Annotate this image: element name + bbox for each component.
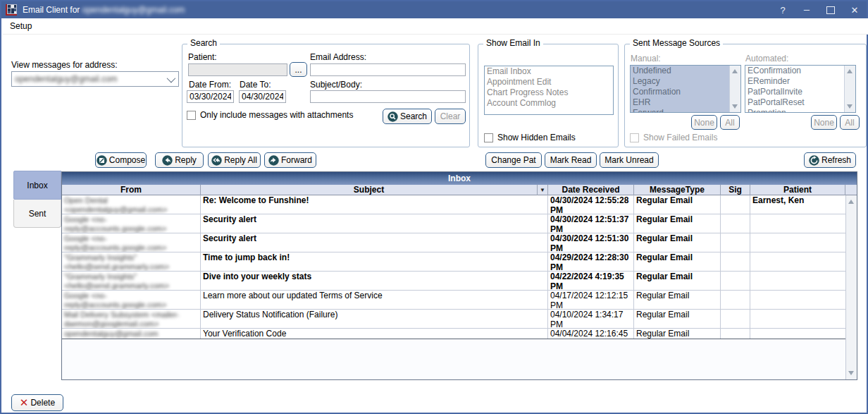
column-header-from[interactable]: From xyxy=(62,185,201,195)
delete-x-icon: ✕ xyxy=(20,398,29,408)
manual-all-button[interactable]: All xyxy=(720,115,740,130)
show-failed-checkbox xyxy=(630,133,639,142)
date-to-field[interactable] xyxy=(239,90,286,103)
clear-button: Clear xyxy=(435,109,466,124)
date-to-label: Date To: xyxy=(240,80,271,90)
list-item[interactable]: Undefined xyxy=(631,66,730,76)
sort-indicator-icon[interactable]: ▼ xyxy=(538,185,548,195)
list-item[interactable]: Confirmation xyxy=(631,87,730,97)
cell-from: Open Dental<opendentalguy@gmail.com> xyxy=(62,195,201,214)
manual-none-button[interactable]: None xyxy=(691,115,717,130)
automated-scrollbar[interactable] xyxy=(844,66,855,112)
cell-from: Google <no-reply@accounts.google.com> xyxy=(62,214,201,233)
table-row[interactable]: "Grammarly Insights"<hello@send.grammarl… xyxy=(62,272,845,291)
list-item[interactable]: Appointment Edit xyxy=(485,77,613,87)
attachments-checkbox[interactable] xyxy=(187,111,196,120)
list-item[interactable]: EConfirmation xyxy=(745,66,845,76)
tab-inbox[interactable]: Inbox xyxy=(13,171,61,200)
cell-messagetype: Regular Email xyxy=(634,329,721,339)
scroll-down-icon[interactable] xyxy=(848,371,854,375)
email-address-label: Email Address: xyxy=(310,52,366,62)
manual-label: Manual: xyxy=(631,54,661,63)
scroll-up-icon[interactable] xyxy=(847,69,852,73)
list-item[interactable]: Forward xyxy=(631,108,730,113)
cell-subject: Dive into your weekly stats xyxy=(201,272,548,290)
list-item[interactable]: Account Commlog xyxy=(485,98,613,109)
show-email-in-listbox[interactable]: Email InboxAppointment EditChart Progres… xyxy=(484,66,614,115)
automated-listbox[interactable]: EConfirmationEReminderPatPortalInvitePat… xyxy=(745,65,856,113)
list-item[interactable]: EHR xyxy=(631,97,730,108)
manual-scrollbar[interactable] xyxy=(729,66,740,112)
menu-setup[interactable]: Setup xyxy=(3,18,39,34)
mark-unread-button[interactable]: Mark Unread xyxy=(600,152,659,168)
table-row[interactable]: Google <no-reply@accounts.google.com>Sec… xyxy=(62,233,845,252)
list-item[interactable]: PatPortalReset xyxy=(745,97,845,108)
attachments-checkbox-row[interactable]: Only include messages with attachments xyxy=(187,110,353,120)
scroll-up-icon[interactable] xyxy=(848,200,854,204)
table-row[interactable]: "Grammarly Insights"<hello@send.grammarl… xyxy=(62,252,845,272)
cell-date-received: 04/30/2024 12:51:30 PM xyxy=(548,233,634,252)
cell-subject: Delivery Status Notification (Failure) xyxy=(201,310,548,328)
grid-title: Inbox xyxy=(62,172,857,185)
column-header-date-received[interactable]: Date Received xyxy=(548,185,634,195)
show-email-in-group: Show Email In Email InboxAppointment Edi… xyxy=(478,44,619,147)
table-row[interactable]: Open Dental<opendentalguy@gmail.com>Re: … xyxy=(62,195,845,214)
cell-sig xyxy=(721,214,750,233)
address-combobox[interactable]: opendentalguy@gmail.com xyxy=(11,71,179,87)
cell-patient xyxy=(750,310,845,328)
automated-none-button[interactable]: None xyxy=(811,115,837,130)
compose-button[interactable]: Compose xyxy=(95,152,147,168)
scroll-down-icon[interactable] xyxy=(847,104,852,109)
list-item[interactable]: PatPortalInvite xyxy=(745,87,845,97)
reply-all-button[interactable]: Reply All xyxy=(208,152,261,168)
email-address-field[interactable] xyxy=(310,63,466,76)
automated-all-button[interactable]: All xyxy=(840,115,860,130)
forward-button[interactable]: Forward xyxy=(264,152,316,168)
mark-read-button[interactable]: Mark Read xyxy=(545,152,597,168)
show-hidden-checkbox[interactable] xyxy=(484,133,493,142)
cell-from: Google <no-reply@accounts.google.com> xyxy=(62,233,201,252)
list-item[interactable]: Legacy xyxy=(631,76,730,87)
date-from-field[interactable] xyxy=(187,90,234,103)
list-item[interactable]: Promotion xyxy=(745,108,845,113)
refresh-button[interactable]: Refresh xyxy=(804,152,856,168)
manual-listbox[interactable]: UndefinedLegacyConfirmationEHRForward xyxy=(630,65,741,113)
show-hidden-row[interactable]: Show Hidden Emails xyxy=(484,133,576,142)
grid-header-row: From Subject ▼ Date Received MessageType… xyxy=(62,185,857,195)
reply-button[interactable]: Reply xyxy=(155,152,204,168)
column-header-messagetype[interactable]: MessageType xyxy=(634,185,721,195)
cell-date-received: 04/10/2024 1:34:17 PM xyxy=(548,310,634,328)
list-item[interactable]: EReminder xyxy=(745,76,845,87)
search-button[interactable]: Search xyxy=(383,109,432,124)
date-from-label: Date From: xyxy=(189,80,231,90)
close-button[interactable]: ✕ xyxy=(843,1,867,18)
maximize-button[interactable] xyxy=(819,1,843,18)
search-group: Search Patient: ... Email Address: Date … xyxy=(182,44,470,147)
cell-date-received: 04/22/2024 4:19:35 PM xyxy=(548,272,634,290)
column-header-subject[interactable]: Subject xyxy=(201,185,538,195)
change-pat-button[interactable]: Change Pat xyxy=(485,152,542,168)
scroll-down-icon[interactable] xyxy=(732,104,738,109)
table-row[interactable]: Google <no-reply@accounts.google.com>Sec… xyxy=(62,214,845,233)
cell-from: "Grammarly Insights"<hello@send.grammarl… xyxy=(62,252,201,271)
cell-date-received: 04/29/2024 12:28:30 PM xyxy=(548,252,634,271)
minimize-button[interactable]: ─ xyxy=(795,1,819,18)
delete-button[interactable]: ✕ Delete xyxy=(11,394,63,411)
patient-browse-button[interactable]: ... xyxy=(290,62,307,77)
column-header-patient[interactable]: Patient xyxy=(750,185,845,195)
table-row[interactable]: Google <no-reply@accounts.google.com>Lea… xyxy=(62,291,845,310)
cell-messagetype: Regular Email xyxy=(634,310,721,328)
list-item[interactable]: Email Inbox xyxy=(485,66,613,77)
cell-patient xyxy=(750,214,845,233)
help-button[interactable]: ? xyxy=(771,1,795,18)
list-item[interactable]: Chart Progress Notes xyxy=(485,87,613,98)
cell-patient xyxy=(750,291,845,309)
tab-sent[interactable]: Sent xyxy=(13,200,61,228)
table-row[interactable]: opendentalguy@gmail.comYour Verification… xyxy=(62,329,845,339)
subject-body-field[interactable] xyxy=(310,90,466,103)
table-row[interactable]: Mail Delivery Subsystem <mailer-daemon@g… xyxy=(62,310,845,329)
grid-vertical-scrollbar[interactable] xyxy=(845,195,857,379)
cell-subject: Re: Welcome to Funshine! xyxy=(201,195,548,214)
scroll-up-icon[interactable] xyxy=(732,69,738,73)
column-header-sig[interactable]: Sig xyxy=(721,185,750,195)
